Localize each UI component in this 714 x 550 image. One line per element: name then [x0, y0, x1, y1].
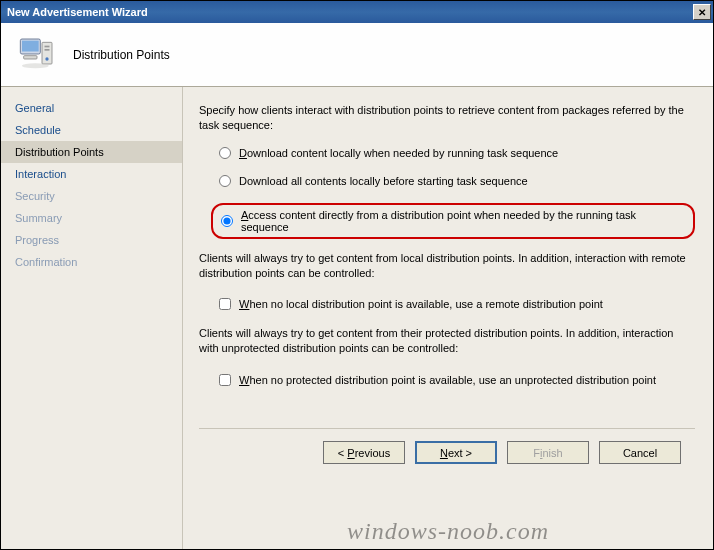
titlebar: New Advertisement Wizard ✕ — [1, 1, 713, 23]
paragraph-protected-dp: Clients will always try to get content f… — [199, 326, 695, 356]
sidebar-item-summary[interactable]: Summary — [1, 207, 182, 229]
computer-icon — [17, 34, 57, 76]
body: General Schedule Distribution Points Int… — [1, 87, 713, 549]
radio-label-2[interactable]: Download all contents locally before sta… — [239, 175, 528, 187]
checkbox-input-remote[interactable] — [219, 298, 231, 310]
radio-option-access-directly[interactable]: Access content directly from a distribut… — [211, 203, 695, 239]
radio-option-download-before-start[interactable]: Download all contents locally before sta… — [219, 175, 695, 187]
sidebar-item-distribution-points[interactable]: Distribution Points — [1, 141, 182, 163]
checkbox-label-unprotected[interactable]: When no protected distribution point is … — [239, 374, 656, 386]
svg-rect-6 — [24, 55, 37, 58]
paragraph-remote-dp: Clients will always try to get content f… — [199, 251, 695, 281]
close-button[interactable]: ✕ — [693, 4, 711, 20]
svg-rect-1 — [22, 40, 39, 51]
svg-rect-3 — [45, 45, 50, 47]
radio-label-1[interactable]: Download content locally when needed by … — [239, 147, 558, 159]
content-panel: Specify how clients interact with distri… — [183, 87, 713, 549]
sidebar-item-general[interactable]: General — [1, 97, 182, 119]
checkbox-label-remote[interactable]: When no local distribution point is avai… — [239, 298, 603, 310]
svg-point-7 — [22, 63, 49, 68]
sidebar-item-interaction[interactable]: Interaction — [1, 163, 182, 185]
window-title: New Advertisement Wizard — [7, 6, 148, 18]
previous-button[interactable]: < Previous — [323, 441, 405, 464]
svg-rect-2 — [42, 42, 52, 64]
radio-input-2[interactable] — [219, 175, 231, 187]
checkbox-use-unprotected-dp[interactable]: When no protected distribution point is … — [219, 374, 695, 386]
button-row: < Previous Next > Finish Cancel — [199, 429, 695, 464]
svg-point-5 — [45, 57, 48, 60]
wizard-window: New Advertisement Wizard ✕ Distribution … — [0, 0, 714, 550]
header: Distribution Points — [1, 23, 713, 87]
watermark: windows-noob.com — [347, 518, 549, 545]
radio-input-3[interactable] — [221, 215, 233, 227]
checkbox-use-remote-dp[interactable]: When no local distribution point is avai… — [219, 298, 695, 310]
sidebar-item-confirmation[interactable]: Confirmation — [1, 251, 182, 273]
sidebar-item-security[interactable]: Security — [1, 185, 182, 207]
sidebar: General Schedule Distribution Points Int… — [1, 87, 183, 549]
cancel-button[interactable]: Cancel — [599, 441, 681, 464]
radio-label-3[interactable]: Access content directly from a distribut… — [241, 209, 683, 233]
next-button[interactable]: Next > — [415, 441, 497, 464]
radio-option-download-when-needed[interactable]: Download content locally when needed by … — [219, 147, 695, 159]
radio-input-1[interactable] — [219, 147, 231, 159]
checkbox-input-unprotected[interactable] — [219, 374, 231, 386]
svg-rect-4 — [45, 49, 50, 51]
page-title: Distribution Points — [73, 48, 170, 62]
finish-button: Finish — [507, 441, 589, 464]
intro-text: Specify how clients interact with distri… — [199, 103, 695, 133]
sidebar-item-schedule[interactable]: Schedule — [1, 119, 182, 141]
close-icon: ✕ — [698, 7, 706, 18]
sidebar-item-progress[interactable]: Progress — [1, 229, 182, 251]
